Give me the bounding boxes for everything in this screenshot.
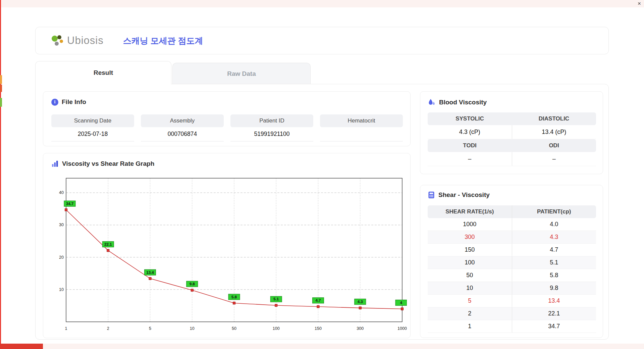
shear-rate-cell: 150 <box>428 244 512 256</box>
table-header-row: TODI ODI <box>428 139 596 152</box>
droplet-icon <box>428 98 436 106</box>
systolic-value: 4.3 (cP) <box>428 125 512 139</box>
shear-rate-column-header: SHEAR RATE(1/s) <box>428 205 512 218</box>
table-row: 3004.3 <box>428 231 596 244</box>
patient-viscosity-cell: 22.1 <box>512 307 596 320</box>
patient-viscosity-cell: 13.4 <box>512 295 596 307</box>
todi-header: TODI <box>428 139 512 152</box>
graph-header: Viscosity vs Shear Rate Graph <box>51 160 154 167</box>
shear-rate-cell: 2 <box>428 307 512 320</box>
content-panel: i File Info Scanning Date 2025-07-18 Ass… <box>35 84 609 340</box>
patient-viscosity-cell: 9.8 <box>512 282 596 294</box>
field-scanning-date: Scanning Date 2025-07-18 <box>51 114 134 142</box>
svg-text:10: 10 <box>59 287 64 292</box>
odi-header: ODI <box>512 139 596 152</box>
svg-text:1000: 1000 <box>397 326 407 331</box>
blood-viscosity-title: Blood Viscosity <box>439 99 487 106</box>
table-row: 10004.0 <box>428 218 596 231</box>
svg-text:20: 20 <box>59 255 64 260</box>
shear-viscosity-table: SHEAR RATE(1/s) PATIENT(cp) 10004.03004.… <box>428 205 596 333</box>
shear-viscosity-header: Shear - Viscosity <box>428 191 490 199</box>
patient-viscosity-cell: 4.0 <box>512 218 596 231</box>
window-left-edge <box>0 0 1 349</box>
ubiosis-logo: Ubiosis <box>51 35 104 47</box>
field-value: 2025-07-18 <box>51 127 134 142</box>
svg-text:2: 2 <box>107 326 109 331</box>
field-hematocrit: Hematocrit <box>320 114 403 142</box>
svg-text:13.4: 13.4 <box>146 270 154 275</box>
shear-rate-cell: 5 <box>428 295 512 307</box>
shear-rate-cell: 10 <box>428 282 512 294</box>
bar-chart-icon <box>51 160 59 167</box>
file-info-card: i File Info Scanning Date 2025-07-18 Ass… <box>43 91 411 146</box>
app-header: Ubiosis 스캐닝 모세관 점도계 <box>35 27 609 54</box>
table-header-row: SYSTOLIC DIASTOLIC <box>428 112 596 125</box>
field-label: Hematocrit <box>320 114 403 127</box>
diastolic-header: DIASTOLIC <box>512 112 596 125</box>
shear-viscosity-table-body: 10004.03004.31504.71005.1505.8109.8513.4… <box>428 218 596 333</box>
svg-text:9.8: 9.8 <box>190 282 195 286</box>
info-icon: i <box>51 99 58 106</box>
table-row: 505.8 <box>428 269 596 282</box>
close-icon[interactable]: × <box>638 0 641 7</box>
systolic-header: SYSTOLIC <box>428 112 512 125</box>
svg-text:5: 5 <box>149 326 151 331</box>
shear-rate-cell: 300 <box>428 231 512 243</box>
file-info-title: File Info <box>62 98 86 106</box>
diastolic-value: 13.4 (cP) <box>512 125 596 139</box>
svg-text:4.7: 4.7 <box>316 298 321 302</box>
shear-rate-cell: 1000 <box>428 218 512 231</box>
calculator-icon <box>428 191 435 199</box>
table-header-row: SHEAR RATE(1/s) PATIENT(cp) <box>428 205 596 218</box>
field-label: Scanning Date <box>51 114 134 127</box>
odi-value: – <box>512 152 596 166</box>
graph-card: Viscosity vs Shear Rate Graph 1020304012… <box>43 153 411 338</box>
table-row: 109.8 <box>428 282 596 295</box>
field-assembly: Assembly 000706874 <box>141 114 224 142</box>
patient-viscosity-cell: 4.3 <box>512 231 596 243</box>
background-window-fragment <box>0 344 43 349</box>
field-value <box>320 127 403 142</box>
blood-viscosity-table: SYSTOLIC DIASTOLIC 4.3 (cP) 13.4 (cP) TO… <box>428 112 596 166</box>
svg-text:300: 300 <box>357 326 364 331</box>
table-row: 513.4 <box>428 295 596 307</box>
tab-raw-data[interactable]: Raw Data <box>172 63 311 84</box>
svg-text:4: 4 <box>400 301 402 305</box>
table-value-row: – – <box>428 152 596 166</box>
tab-result[interactable]: Result <box>35 61 171 84</box>
field-label: Assembly <box>141 114 224 127</box>
svg-text:1: 1 <box>65 326 67 331</box>
background-window-fragment <box>0 98 2 107</box>
svg-text:5.1: 5.1 <box>273 297 279 301</box>
shear-rate-cell: 1 <box>428 320 512 333</box>
viscosity-chart: 102030401251050100150300100034.722.113.4… <box>51 174 407 335</box>
patient-viscosity-cell: 5.1 <box>512 256 596 269</box>
background-window-fragment <box>0 75 2 84</box>
svg-text:4.3: 4.3 <box>358 300 363 304</box>
shear-viscosity-card: Shear - Viscosity SHEAR RATE(1/s) PATIEN… <box>420 185 603 338</box>
svg-text:40: 40 <box>59 190 64 195</box>
logo-text: Ubiosis <box>67 35 104 47</box>
patient-viscosity-cell: 34.7 <box>512 320 596 333</box>
shear-rate-cell: 100 <box>428 256 512 269</box>
file-info-fields: Scanning Date 2025-07-18 Assembly 000706… <box>51 114 403 142</box>
svg-text:22.1: 22.1 <box>104 242 112 246</box>
background-window-fragment <box>0 85 2 92</box>
field-label: Patient ID <box>230 114 313 127</box>
table-row: 134.7 <box>428 320 596 333</box>
file-info-header: i File Info <box>51 98 86 106</box>
table-row: 222.1 <box>428 307 596 320</box>
field-value: 000706874 <box>141 127 224 142</box>
todi-value: – <box>428 152 512 166</box>
table-value-row: 4.3 (cP) 13.4 (cP) <box>428 125 596 139</box>
blood-viscosity-card: Blood Viscosity SYSTOLIC DIASTOLIC 4.3 (… <box>420 91 603 174</box>
svg-text:30: 30 <box>59 222 64 227</box>
svg-text:34.7: 34.7 <box>66 202 73 206</box>
field-patient-id: Patient ID 51991921100 <box>230 114 313 142</box>
svg-text:5.8: 5.8 <box>231 295 237 299</box>
window-bottom-edge <box>0 344 644 349</box>
table-row: 1005.1 <box>428 256 596 269</box>
table-row: 1504.7 <box>428 244 596 256</box>
svg-text:150: 150 <box>315 326 322 331</box>
field-value: 51991921100 <box>230 127 313 142</box>
